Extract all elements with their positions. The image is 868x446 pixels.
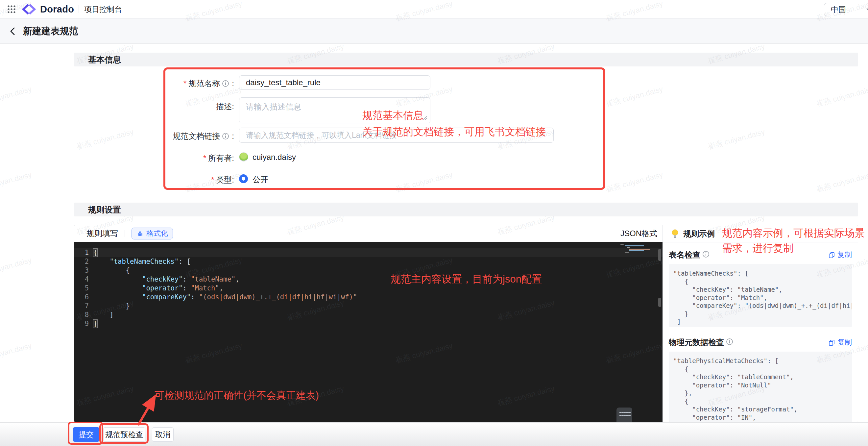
- info-icon[interactable]: [222, 132, 229, 142]
- info-icon[interactable]: [702, 250, 710, 259]
- required-asterisk: *: [183, 79, 186, 88]
- top-navbar: Dorado 项目控制台 中国: [0, 0, 868, 19]
- toolbar-divider: [125, 230, 125, 237]
- copy-button-1[interactable]: 复制: [828, 250, 852, 260]
- section-rule-settings: 规则设置: [74, 203, 858, 216]
- required-asterisk: *: [211, 175, 214, 184]
- type-radio-public[interactable]: [239, 174, 248, 183]
- doc-link-input[interactable]: [239, 128, 554, 143]
- owner-avatar: [239, 152, 248, 161]
- language-value: 中国: [831, 5, 846, 15]
- section-basic-info: 基本信息: [74, 53, 858, 66]
- drag-dots-icon: [617, 408, 632, 422]
- info-icon[interactable]: [222, 80, 229, 89]
- rule-example-body: 表名检查 复制 "tableNameChecks": [ { "checkKey…: [663, 242, 858, 422]
- tab-rule-editing: 规则填写: [87, 228, 118, 239]
- field-label-desc: 描述:: [125, 101, 234, 112]
- spec-name-input[interactable]: [239, 75, 430, 90]
- back-button[interactable]: [9, 26, 18, 36]
- page-header: 新建建表规范: [0, 19, 868, 44]
- type-radio-label: 公开: [252, 174, 268, 185]
- app-launcher-icon[interactable]: [7, 5, 16, 13]
- editor-scrollbar-thumb-2[interactable]: [658, 298, 661, 307]
- lightbulb-icon: [671, 229, 679, 239]
- rule-example-header: 规则示例: [663, 225, 858, 242]
- section-basic-info-label: 基本信息: [88, 54, 121, 65]
- dorado-logo[interactable]: Dorado: [21, 4, 74, 15]
- editor-column: 规则填写 格式化 JSON格式 1{2 "tableNameChecks": […: [74, 225, 662, 422]
- editor-minimap[interactable]: [620, 243, 657, 253]
- field-label-doc-link: 规范文档链接:: [125, 131, 234, 142]
- submit-button[interactable]: 提交: [73, 427, 100, 442]
- field-label-owner: *所有者:: [125, 153, 234, 163]
- example-code-table-name: "tableNameChecks": [ { "checkKey": "tabl…: [669, 264, 852, 327]
- rule-example-title: 规则示例: [683, 229, 715, 239]
- copy-icon: [828, 251, 835, 259]
- copy-button-2[interactable]: 复制: [828, 337, 852, 347]
- chevron-down-icon: [866, 8, 868, 11]
- format-button-label: 格式化: [146, 229, 168, 238]
- page-title: 新建建表规范: [23, 25, 78, 37]
- field-label-type: *类型:: [125, 175, 234, 185]
- brush-icon: [136, 230, 144, 237]
- field-label-name: *规范名称:: [125, 78, 234, 89]
- owner-name: cuiyan.daisy: [252, 153, 296, 162]
- copy-icon: [828, 339, 835, 346]
- copy-button-label: 复制: [837, 337, 852, 347]
- example-section-title-1: 表名检查: [669, 250, 700, 260]
- required-asterisk: *: [203, 154, 206, 162]
- format-button[interactable]: 格式化: [131, 228, 173, 239]
- rule-example-panel: 规则示例 表名检查 复制 "tableNameChecks": [ { "che…: [662, 225, 858, 422]
- cancel-button[interactable]: 取消: [152, 427, 174, 442]
- dorado-logo-icon: [21, 4, 37, 14]
- copy-button-label: 复制: [837, 250, 852, 260]
- footer-actions: 提交 规范预检查 取消: [0, 422, 868, 446]
- editor-toolbar: 规则填写 格式化 JSON格式: [74, 225, 662, 242]
- editor-scrollbar-thumb[interactable]: [658, 249, 661, 261]
- editor-resize-handle[interactable]: [617, 408, 632, 422]
- nav-divider: [79, 5, 79, 13]
- example-code-physical-meta: "tablePhysicalMetaChecks": [ { "checkKey…: [669, 352, 852, 422]
- language-select[interactable]: 中国: [824, 3, 868, 16]
- json-format-label: JSON格式: [620, 228, 657, 239]
- section-rule-settings-label: 规则设置: [88, 204, 121, 215]
- json-editor[interactable]: 1{2 "tableNameChecks": [3 {4 "checkKey":…: [74, 242, 662, 422]
- console-label: 项目控制台: [84, 4, 122, 14]
- product-name: Dorado: [40, 4, 74, 15]
- example-section-title-2: 物理元数据检查: [669, 337, 724, 348]
- info-icon[interactable]: [726, 338, 733, 347]
- chevron-left-icon: [9, 26, 17, 36]
- editor-code-lines: 1{2 "tableNameChecks": [3 {4 "checkKey":…: [74, 248, 662, 328]
- description-textarea[interactable]: [239, 97, 430, 123]
- precheck-button[interactable]: 规范预检查: [103, 427, 145, 442]
- rule-card: 规则填写 格式化 JSON格式 1{2 "tableNameChecks": […: [74, 225, 858, 422]
